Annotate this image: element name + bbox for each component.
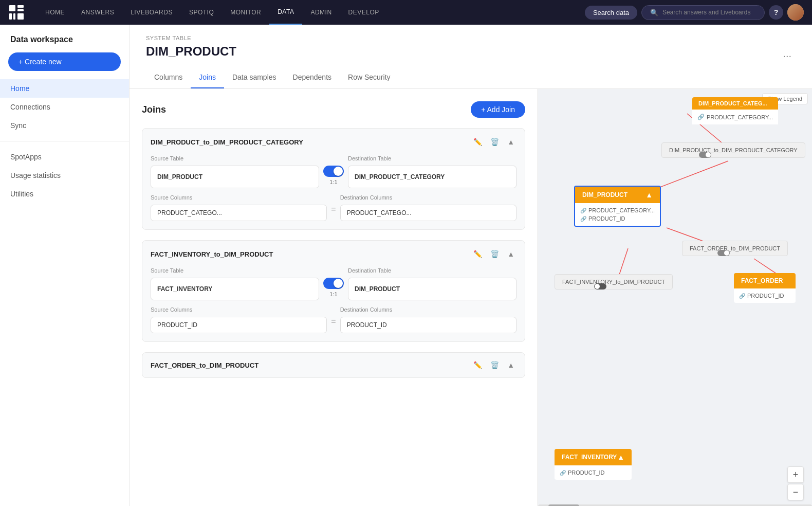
link-icon-1: 🔗 [580, 208, 586, 213]
diagram-panel: Show Legend DIM_PRODUCT_CATEG... [538, 89, 812, 506]
nav-answers[interactable]: ANSWERS [73, 0, 122, 25]
node-fact-inventory-sub: PRODUCT_ID [568, 469, 605, 476]
link-icon: 🔗 [697, 114, 705, 120]
join-2-toggle[interactable] [323, 278, 344, 289]
help-button[interactable]: ? [769, 5, 783, 20]
zoom-controls: + − [787, 466, 804, 500]
sidebar-item-connections[interactable]: Connections [0, 98, 129, 116]
join-card-3-actions: ✏️ 🗑️ ▲ [471, 360, 516, 370]
join-2-dst-col-value: PRODUCT_ID [340, 317, 516, 333]
content-header: SYSTEM TABLE DIM_PRODUCT ··· Columns Joi… [130, 25, 812, 89]
join-1-source-label: Source Table [151, 155, 319, 161]
join-card-1-header: DIM_PRODUCT_to_DIM_PRODUCT_CATEGORY ✏️ 🗑… [151, 137, 516, 147]
node-dim-product-label: DIM_PRODUCT [582, 191, 628, 198]
node-fact-inventory-header: FACT_INVENTORY ▲ [555, 449, 632, 465]
nav-spotiq[interactable]: SPOTIQ [181, 0, 222, 25]
join-1-toggle-label: 1:1 [329, 179, 337, 185]
search-data-button[interactable]: Search data [585, 6, 637, 20]
join-1-dst-col-value: PRODUCT_CATEGO... [340, 205, 516, 221]
zoom-in-button[interactable]: + [787, 466, 804, 483]
join-1-dest-label: Destination Table [348, 155, 516, 161]
nav-home[interactable]: HOME [37, 0, 73, 25]
avatar[interactable] [787, 4, 804, 21]
join-2-src-col-value: PRODUCT_ID [151, 317, 327, 333]
tab-dependents[interactable]: Dependents [285, 67, 340, 88]
sidebar-item-utilities[interactable]: Utilities [0, 185, 129, 203]
join-2-source-section: Source Table FACT_INVENTORY [151, 267, 319, 300]
join-2-collapse-button[interactable]: ▲ [505, 249, 516, 259]
join-1-toggle-section: 1:1 [319, 155, 348, 185]
nav-liveboards[interactable]: LIVEBOARDS [122, 0, 181, 25]
nav-data[interactable]: DATA [269, 0, 302, 25]
node-fact-order-join[interactable]: FACT_ORDER_to_DIM_PRODUCT [682, 241, 788, 256]
node-fact-inventory-join[interactable]: FACT_INVENTORY_to_DIM_PRODUCT [555, 274, 673, 290]
node-fact-inventory[interactable]: FACT_INVENTORY ▲ 🔗 PRODUCT_ID [555, 449, 632, 480]
join-3-delete-button[interactable]: 🗑️ [488, 360, 501, 370]
join-2-dest-section: Destination Table DIM_PRODUCT [348, 267, 516, 300]
nav-monitor[interactable]: MONITOR [222, 0, 269, 25]
search-icon: 🔍 [650, 9, 658, 16]
svg-rect-0 [9, 5, 15, 11]
sidebar-item-sync[interactable]: Sync [0, 116, 129, 135]
join-2-edit-button[interactable]: ✏️ [471, 249, 484, 259]
node-dim-product-body: 🔗 PRODUCT_CATEGORY... 🔗 PRODUCT_ID [575, 203, 660, 226]
zoom-out-button[interactable]: − [787, 484, 804, 500]
join-card-2-actions: ✏️ 🗑️ ▲ [471, 249, 516, 259]
tab-joins[interactable]: Joins [191, 67, 224, 88]
join-3-collapse-button[interactable]: ▲ [505, 360, 516, 370]
join-1-collapse-button[interactable]: ▲ [505, 137, 516, 147]
logo[interactable] [8, 4, 25, 21]
nav-items: HOME ANSWERS LIVEBOARDS SPOTIQ MONITOR D… [37, 0, 585, 25]
join-card-2: FACT_INVENTORY_to_DIM_PRODUCT ✏️ 🗑️ ▲ So… [142, 240, 525, 342]
add-join-button[interactable]: + Add Join [471, 101, 525, 118]
join-card-3-title: FACT_ORDER_to_DIM_PRODUCT [151, 362, 259, 369]
svg-rect-1 [17, 5, 24, 8]
join-1-dest-columns: Destination Columns PRODUCT_CATEGO... [340, 194, 516, 221]
join-2-dst-col-label: Destination Columns [340, 306, 516, 313]
node-dim-product-header: DIM_PRODUCT ▲ [575, 187, 660, 203]
sidebar: Data workspace + Create new Home Connect… [0, 25, 130, 506]
nav-admin[interactable]: ADMIN [302, 0, 340, 25]
join-1-toggle[interactable] [323, 166, 344, 177]
nav-develop[interactable]: DEVELOP [340, 0, 387, 25]
join-1-edit-button[interactable]: ✏️ [471, 137, 484, 147]
sidebar-item-spotapps[interactable]: SpotApps [0, 148, 129, 166]
node-dim-product-categ-sub: PRODUCT_CATEGORY... [707, 114, 773, 120]
join-1-delete-button[interactable]: 🗑️ [488, 137, 501, 147]
node-dim-product-categ[interactable]: DIM_PRODUCT_CATEG... 🔗 PRODUCT_CATEGORY.… [692, 97, 778, 124]
tab-columns[interactable]: Columns [146, 67, 191, 88]
sidebar-item-home[interactable]: Home [0, 79, 129, 98]
join-2-toggle-section: 1:1 [319, 267, 348, 297]
joins-list: Joins + Add Join DIM_PRODUCT_to_DIM_PROD… [130, 89, 538, 506]
join-2-delete-button[interactable]: 🗑️ [488, 249, 501, 259]
page-title-row: DIM_PRODUCT ··· [146, 44, 796, 67]
sidebar-item-usage-statistics[interactable]: Usage statistics [0, 166, 129, 185]
more-options-button[interactable]: ··· [779, 48, 796, 64]
node-dim-product-categ-row: 🔗 PRODUCT_CATEGORY... [697, 113, 773, 121]
node-join1[interactable]: DIM_PRODUCT_to_DIM_PRODUCT_CATEGORY [661, 142, 805, 158]
node-fact-inventory-expand: ▲ [617, 453, 624, 461]
node-dim-product[interactable]: DIM_PRODUCT ▲ 🔗 PRODUCT_CATEGORY... 🔗 PR… [574, 186, 661, 227]
join-1-source-section: Source Table DIM_PRODUCT [151, 155, 319, 188]
svg-rect-2 [17, 9, 24, 11]
tab-row-security[interactable]: Row Security [340, 67, 398, 88]
node-fact-order[interactable]: FACT_ORDER 🔗 PRODUCT_ID [734, 273, 796, 303]
create-new-button[interactable]: + Create new [8, 52, 121, 71]
link-icon-fi: 🔗 [560, 470, 566, 476]
node-dim-product-row1: 🔗 PRODUCT_CATEGORY... [580, 206, 655, 214]
node-fact-inventory-row: 🔗 PRODUCT_ID [560, 468, 626, 477]
node-fact-inventory-join-toggle [594, 283, 606, 290]
join-1-dest-table: DIM_PRODUCT_T_CATEGORY [348, 166, 516, 188]
join-2-source-columns: Source Columns PRODUCT_ID [151, 306, 327, 333]
search-answers-input[interactable]: 🔍 Search answers and Liveboards [641, 5, 765, 20]
node-fact-inventory-label: FACT_INVENTORY [562, 454, 617, 461]
joins-header: Joins + Add Join [142, 101, 525, 118]
tab-data-samples[interactable]: Data samples [224, 67, 285, 88]
join-3-edit-button[interactable]: ✏️ [471, 360, 484, 370]
join-2-source-label: Source Table [151, 267, 319, 274]
join-2-dest-table: DIM_PRODUCT [348, 278, 516, 300]
node-dim-product-row2: 🔗 PRODUCT_ID [580, 214, 655, 223]
join-1-dest-section: Destination Table DIM_PRODUCT_T_CATEGORY [348, 155, 516, 188]
join-card-3: FACT_ORDER_to_DIM_PRODUCT ✏️ 🗑️ ▲ [142, 352, 525, 378]
join-2-source-table: FACT_INVENTORY [151, 278, 319, 300]
